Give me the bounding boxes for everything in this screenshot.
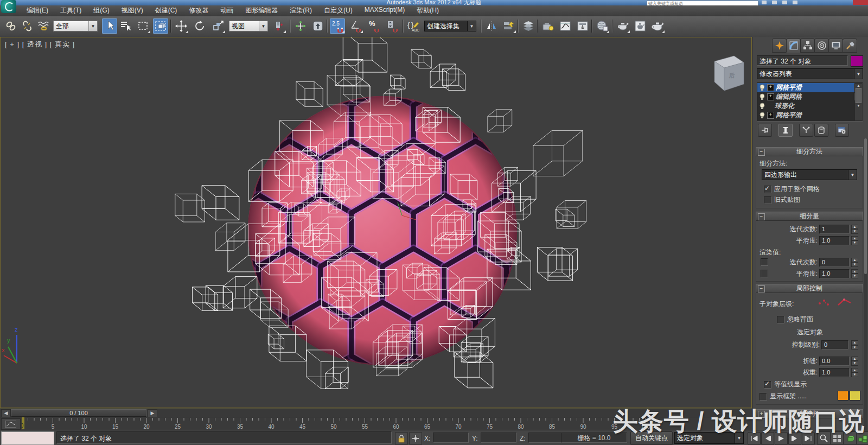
edit-named-selection-sets-icon[interactable]: { }ABC [406,18,421,34]
command-panel-scrollbar[interactable] [864,138,867,430]
tab-modify[interactable] [786,39,801,53]
modifier-name[interactable]: 网格平滑 [776,111,802,120]
select-by-name-icon[interactable] [118,18,133,34]
use-pivot-point-center-icon[interactable] [271,18,286,34]
reference-coordinate-combo[interactable]: 视图▼ [229,21,268,31]
perspective-viewport[interactable]: [ + ] [ 透视 ] [ 真实 ] xyz后 [0,37,752,408]
menu-item-6[interactable]: 动画 [214,5,239,16]
weight-field[interactable]: 1.0 [819,368,850,377]
absolute-mode-transform-icon[interactable] [409,432,422,445]
control-level-field[interactable]: 0 [821,340,848,349]
viewport-menu-shading[interactable]: [ 真实 ] [50,40,75,48]
iterations-spinner[interactable]: ▲▼ [851,225,858,234]
menu-item-10[interactable]: MAXScript(M) [359,5,411,16]
render-iterations-checkbox[interactable] [761,258,768,266]
expand-icon[interactable]: + [767,84,774,91]
tab-create[interactable] [772,39,787,53]
crease-field[interactable]: 0.0 [819,357,850,366]
chevron-down-icon[interactable]: ▼ [467,21,476,31]
viewport-label[interactable]: [ + ] [ 透视 ] [ 真实 ] [5,40,75,49]
rollout-subdivision-amount[interactable]: −细分量 [756,212,863,221]
apply-to-whole-mesh-checkbox[interactable]: 应用于整个网格 [764,185,820,194]
render-smoothness-field[interactable]: 1.0 [819,269,850,278]
bind-to-space-warp-icon[interactable] [36,18,51,34]
select-and-rotate-icon[interactable] [192,18,207,34]
infocenter-icons[interactable] [762,1,843,5]
checkbox-checked[interactable] [764,381,771,389]
smoothness-spinner[interactable]: ▲▼ [851,236,858,245]
rollout-local-control[interactable]: −局部控制 [756,284,863,293]
control-level-spinner[interactable]: ▲▼ [851,340,858,349]
expand-icon[interactable]: + [767,112,774,119]
selection-filter-combo[interactable]: 全部▼ [53,21,98,31]
checkbox-checked[interactable] [764,186,771,193]
smoothness-field[interactable]: 1.0 [819,236,850,245]
tab-motion[interactable] [814,39,829,53]
frame-color-swatch-1[interactable] [838,391,848,400]
layer-manager-icon[interactable] [521,18,536,34]
chevron-down-icon[interactable]: ▼ [259,21,267,31]
modifier-stack-scrollbar[interactable]: ▲▼ [854,83,863,121]
tab-hierarchy[interactable] [800,39,815,53]
help-icon[interactable] [793,1,797,4]
checkbox-unchecked[interactable] [764,196,771,204]
weight-spinner[interactable]: ▲▼ [851,368,858,377]
make-unique-button[interactable] [799,124,813,137]
percent-snap-toggle-icon[interactable]: % [367,18,382,34]
checkbox-unchecked[interactable] [760,393,767,400]
render-iterations-field[interactable]: 0 [819,258,850,267]
old-style-mapping-checkbox[interactable]: 旧式贴图 [764,195,800,205]
named-selection-set-combo[interactable]: 创建选择集▼ [424,21,476,31]
visibility-bulb-icon[interactable] [759,84,765,91]
mini-curve-editor-button[interactable] [1,418,21,430]
material-editor-icon[interactable] [595,18,610,34]
menu-item-4[interactable]: 创建(C) [149,5,183,16]
modifier-name[interactable]: 球形化 [775,101,794,111]
crease-spinner[interactable]: ▲▼ [851,357,858,366]
select-and-link-icon[interactable] [3,18,18,34]
expand-icon[interactable]: + [767,93,774,100]
edge-subobject-icon[interactable] [837,297,853,309]
tab-display[interactable] [828,39,843,53]
pin-stack-button[interactable] [758,124,772,137]
menu-item-1[interactable]: 工具(T) [54,5,87,16]
object-name-field[interactable]: 选择了 32 个 对象 [757,55,848,66]
render-setup-icon[interactable] [615,18,630,34]
render-smoothness-checkbox[interactable] [761,270,768,277]
modifier-stack[interactable]: +网格平滑+编辑网格球形化+网格平滑 [757,82,863,122]
rendered-frame-window-icon[interactable] [633,18,648,34]
modifier-stack-row-3[interactable]: +网格平滑 [757,111,863,120]
window-crossing-toggle-icon[interactable] [153,18,168,34]
menu-item-7[interactable]: 图形编辑器 [239,5,284,16]
mirror-icon[interactable] [484,18,499,34]
viewport-menu-general[interactable]: [ + ] [5,40,20,48]
ignore-backfacing-checkbox[interactable]: 忽略背面 [777,315,813,324]
select-and-manipulate-icon[interactable] [293,18,308,34]
chevron-down-icon[interactable]: ▼ [88,21,97,31]
frame-color-swatch-2[interactable] [850,391,860,400]
align-icon[interactable] [501,18,516,34]
modifier-name[interactable]: 网格平滑 [776,83,802,92]
menu-item-9[interactable]: 自定义(U) [318,5,359,16]
unlink-selection-icon[interactable] [20,18,35,34]
isoline-display-checkbox[interactable]: 等值线显示 [764,380,807,389]
subdivision-method-dropdown[interactable]: 四边形输出▼ [762,169,857,180]
time-slider-handle[interactable]: 0 / 100 [11,409,146,417]
chevron-down-icon[interactable]: ▼ [854,69,863,79]
snaps-toggle-icon[interactable]: 2.5 [330,18,345,34]
viewport-menu-pov[interactable]: [ 透视 ] [22,40,47,48]
modifier-stack-row-0[interactable]: +网格平滑 [757,83,863,92]
menu-item-0[interactable]: 编辑(E) [21,5,54,16]
menu-item-8[interactable]: 渲染(R) [284,5,318,16]
configure-modifier-sets-button[interactable] [835,124,849,137]
checkbox-unchecked[interactable] [777,316,784,323]
modifier-stack-row-2[interactable]: 球形化 [757,101,863,111]
chevron-down-icon[interactable]: ▼ [848,170,857,180]
remove-modifier-button[interactable] [814,124,828,137]
render-smoothness-spinner[interactable]: ▲▼ [851,269,858,278]
application-menu-button[interactable] [1,0,16,13]
visibility-bulb-icon[interactable] [759,103,765,110]
visibility-bulb-icon[interactable] [759,112,765,119]
display-frame-checkbox[interactable]: 显示框架 ..... [760,392,807,401]
modifier-list-dropdown[interactable]: 修改器列表▼ [757,68,863,79]
